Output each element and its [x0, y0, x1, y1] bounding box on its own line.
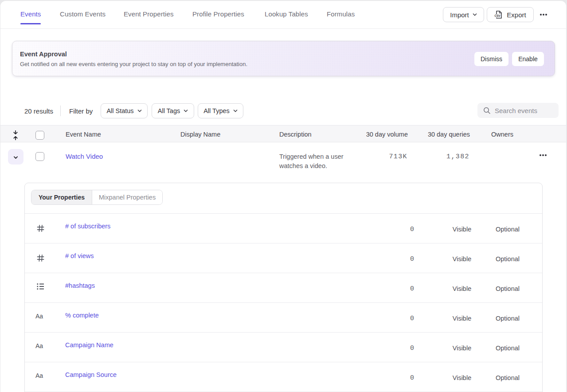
svg-text:CSV: CSV	[495, 14, 501, 17]
